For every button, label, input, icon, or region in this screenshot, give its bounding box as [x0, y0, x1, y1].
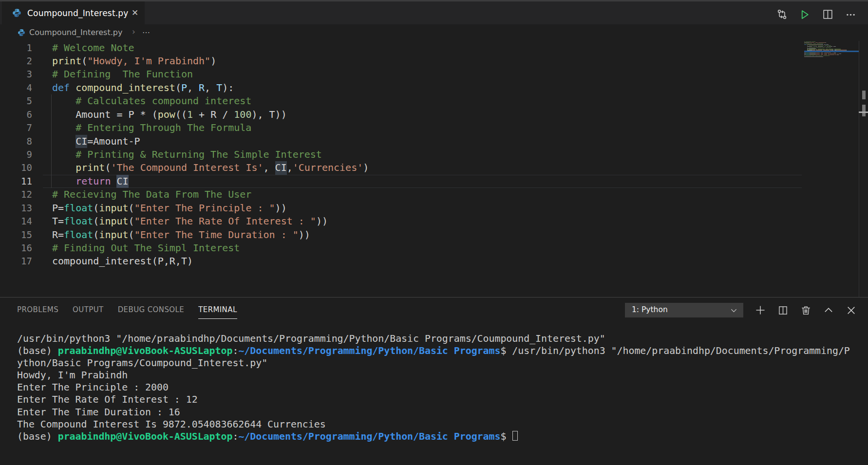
split-terminal-icon	[778, 305, 788, 316]
terminal-text-segment: :	[232, 345, 238, 356]
code-token: ), T))	[251, 108, 286, 121]
code-token: 'Currencies'	[293, 161, 363, 174]
kill-terminal-button[interactable]	[798, 303, 813, 317]
bottom-panel: PROBLEMSOUTPUTDEBUG CONSOLETERMINAL 1: P…	[0, 297, 868, 465]
python-file-icon	[18, 29, 25, 38]
chevron-right-icon: ›	[132, 27, 135, 37]
chevron-up-icon	[823, 305, 834, 316]
terminal-output[interactable]: /usr/bin/python3 "/home/praabindhp/Docum…	[17, 333, 850, 443]
terminal-text-segment: Enter The Principle : 2000	[17, 382, 169, 393]
close-tab-icon[interactable]: ✕	[130, 7, 140, 18]
line-number: 1	[0, 41, 32, 55]
code-line: def compound_interest(P, R, T):	[52, 81, 369, 94]
line-number: 13	[0, 202, 32, 215]
code-token: input	[99, 202, 128, 215]
code-line: # Calculates compound interest	[52, 94, 369, 108]
terminal-row: (base) praabindhp@VivoBook-ASUSLaptop:~/…	[17, 345, 850, 357]
terminal-row: Enter The Rate Of Interest : 12	[17, 393, 850, 406]
code-token	[52, 161, 75, 174]
code-token: print	[52, 55, 81, 68]
panel-tab-problems[interactable]: PROBLEMS	[17, 303, 58, 316]
code-line: # Printing & Returning The Simple Intere…	[52, 148, 369, 161]
line-number: 3	[0, 68, 32, 81]
code-token: pow	[158, 108, 175, 121]
code-token	[52, 94, 75, 108]
code-token: compound_interest(P,R,T)	[52, 255, 193, 268]
code-token: )	[363, 161, 369, 174]
code-line: R=float(input("Enter The Time Duration :…	[52, 228, 369, 242]
code-token: # Printing & Returning The Simple Intere…	[75, 148, 322, 161]
code-token: ):	[222, 81, 234, 94]
trash-icon	[801, 305, 811, 316]
code-editor[interactable]: 1234567891011121314151617 # Welcome Note…	[0, 41, 868, 297]
code-line: # Welcome Note	[52, 41, 369, 55]
code-token: ))	[316, 215, 328, 228]
code-token: "Enter The Time Duration : "	[134, 228, 299, 242]
code-line: compound_interest(P,R,T)	[52, 255, 369, 268]
code-token: (	[93, 215, 99, 228]
terminal-row: Enter The Time Duration : 16	[17, 406, 850, 418]
code-token: # Recieving The Data From The User	[52, 188, 251, 201]
indent-guide	[51, 94, 52, 188]
terminal-selector[interactable]: 1: Python	[625, 303, 743, 317]
code-line: # Finding Out The Simpl Interest	[52, 242, 369, 255]
terminal-text-segment: praabindhp@VivoBook-ASUSLaptop	[58, 431, 233, 442]
code-line: # Entering Through The Formula	[52, 121, 369, 134]
new-terminal-button[interactable]	[753, 303, 768, 317]
panel-tab-terminal[interactable]: TERMINAL	[198, 303, 237, 316]
chevron-down-icon	[730, 307, 737, 316]
code-token: ))	[299, 228, 310, 242]
terminal-text-segment: $	[500, 431, 512, 442]
code-token: "Howdy, I'm Prabindh"	[87, 55, 210, 68]
breadcrumb-symbol-placeholder[interactable]: …	[142, 26, 151, 35]
terminal-selector-value: 1: Python	[632, 305, 668, 314]
code-line: P=float(input("Enter The Principle : "))	[52, 202, 369, 215]
code-token: Amount = P * (	[52, 108, 158, 121]
tab-coumpound-interest[interactable]: Coumpound_Interest.py ✕	[2, 1, 145, 24]
terminal-text-segment: ~/Documents/Programming/Python/Basic Pro…	[238, 345, 500, 356]
overview-ruler-cursor	[859, 112, 868, 113]
code-token	[52, 135, 75, 148]
code-token: # Defining The Function	[52, 68, 193, 81]
code-token	[111, 175, 116, 188]
breadcrumb: Coumpound_Interest.py › …	[0, 24, 868, 41]
panel-tab-bar: PROBLEMSOUTPUTDEBUG CONSOLETERMINAL	[17, 303, 237, 316]
terminal-text-segment: ~/Documents/Programming/Python/Basic Pro…	[238, 431, 500, 442]
terminal-text-segment: ython/Basic Programs/Coumpound_Interest.…	[17, 357, 267, 369]
code-token: float	[64, 228, 93, 242]
line-number-gutter: 1234567891011121314151617	[0, 41, 32, 268]
overview-ruler-border	[859, 41, 859, 297]
split-editor-button[interactable]	[820, 7, 835, 22]
terminal-row: ython/Basic Programs/Coumpound_Interest.…	[17, 357, 850, 369]
run-python-file-button[interactable]	[797, 7, 812, 22]
code-line: return CI	[52, 175, 369, 188]
code-token	[52, 148, 75, 161]
terminal-cursor	[512, 431, 518, 441]
line-number: 15	[0, 228, 32, 242]
split-editor-icon	[822, 9, 833, 20]
terminal-text-segment: Enter The Rate Of Interest : 12	[17, 394, 198, 405]
minimap[interactable]	[804, 41, 859, 57]
line-number: 11	[0, 175, 32, 188]
line-number: 12	[0, 188, 32, 201]
terminal-text-segment: :	[232, 431, 238, 442]
panel-tab-output[interactable]: OUTPUT	[73, 303, 104, 316]
breadcrumb-file[interactable]: Coumpound_Interest.py	[29, 28, 122, 37]
code-token: float	[64, 215, 93, 228]
code-token: 100	[234, 108, 251, 121]
maximize-panel-button[interactable]	[821, 303, 836, 317]
more-actions-button[interactable]	[843, 7, 858, 22]
split-terminal-button[interactable]	[776, 303, 791, 317]
close-panel-button[interactable]	[844, 303, 858, 317]
code-token: float	[64, 202, 93, 215]
code-token: (	[81, 55, 87, 68]
open-changes-button[interactable]	[774, 7, 789, 22]
line-number: 16	[0, 242, 32, 255]
code-token: def	[52, 81, 70, 94]
code-token: R	[199, 81, 205, 94]
terminal-text-segment: (base)	[17, 345, 58, 356]
panel-tab-debug-console[interactable]: DEBUG CONSOLE	[118, 303, 185, 316]
code-line: print('The Compound Interest Is', CI,'Cu…	[52, 161, 369, 174]
terminal-text-segment: Howdy, I'm Prabindh	[17, 370, 128, 381]
line-number: 8	[0, 135, 32, 148]
